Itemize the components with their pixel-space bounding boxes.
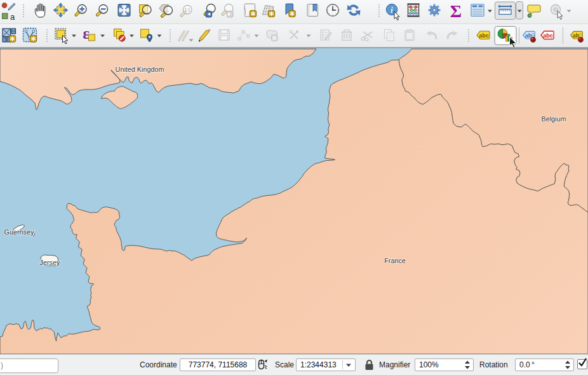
svg-text:ab: ab bbox=[525, 32, 532, 39]
svg-text:abc: abc bbox=[479, 32, 489, 39]
svg-text:a: a bbox=[10, 12, 15, 22]
svg-text:Belgium: Belgium bbox=[541, 115, 566, 123]
svg-text:Jersey: Jersey bbox=[40, 259, 60, 266]
svg-text:1:1: 1:1 bbox=[184, 8, 190, 12]
svg-text:United Kingdom: United Kingdom bbox=[116, 65, 164, 73]
svg-text:France: France bbox=[384, 257, 406, 264]
svg-text:Σ: Σ bbox=[450, 1, 462, 21]
svg-text:ab: ab bbox=[573, 32, 580, 39]
svg-text:Guernsey: Guernsey bbox=[4, 228, 34, 236]
svg-text:abc: abc bbox=[543, 32, 553, 39]
